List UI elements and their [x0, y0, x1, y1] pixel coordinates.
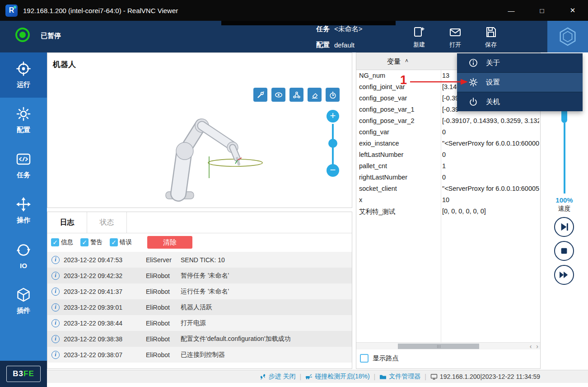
show-waypoints-checkbox[interactable] — [360, 354, 369, 363]
speed-slider-track[interactable] — [564, 123, 565, 194]
sidebar-item-plugin[interactable]: 插件 — [0, 278, 47, 324]
sidebar-item-operate[interactable]: 操作 — [0, 188, 47, 233]
minimize-button[interactable]: — — [496, 0, 527, 21]
tools-button[interactable] — [253, 88, 267, 102]
table-row[interactable]: rightLastNumber0 — [356, 172, 540, 183]
table-row[interactable]: pallet_cnt1 — [356, 160, 540, 172]
table-row[interactable]: x10 — [356, 194, 540, 206]
table-row[interactable]: leftLastNumber0 — [356, 149, 540, 160]
new-task-button[interactable]: 新建 — [402, 24, 436, 50]
table-row[interactable]: config_pose_var_2[-0.39107, 0.14393, 0.3… — [356, 115, 540, 127]
variable-name: config_var — [359, 128, 389, 136]
variable-value: [0, 0, 0, 0, 0, 0] — [442, 208, 539, 215]
scroll-right-arrow[interactable]: › — [536, 343, 538, 350]
log-row[interactable]: i 2023-12-22 09:42:32 EliRobot 暂停任务 '未命名… — [47, 268, 352, 283]
variable-name: x — [359, 196, 362, 203]
path-nodes-button[interactable] — [289, 88, 303, 102]
log-source: EliRobot — [146, 272, 180, 279]
log-row[interactable]: i 2023-12-22 09:47:53 EliServer SEND TIC… — [47, 252, 352, 268]
collision-detection-status[interactable]: 碰撞检测开启(18%) — [305, 373, 369, 381]
menu-item-about[interactable]: 关于 — [457, 53, 583, 72]
log-row[interactable]: i 2023-12-22 09:38:38 EliRobot 配置文件'defa… — [47, 331, 352, 347]
variable-value: "<ServerProxy for 6.0.0.10:60005, — [442, 185, 539, 192]
fast-forward-button[interactable] — [554, 265, 574, 285]
robot-state-indicator[interactable] — [15, 28, 30, 42]
log-row[interactable]: i 2023-12-22 09:38:44 EliRobot 打开电源 — [47, 315, 352, 331]
tab-log[interactable]: 日志 — [47, 212, 87, 233]
info-circle-icon: i — [51, 319, 60, 327]
zoom-in-button[interactable]: + — [327, 110, 339, 123]
sidebar-item-run[interactable]: 运行 — [0, 52, 47, 98]
sidebar-item-task[interactable]: 任务 — [0, 143, 47, 188]
variables-collapse-button[interactable]: 变量 ＾ — [356, 53, 441, 70]
variable-value: 0 — [442, 151, 539, 158]
zoom-out-button[interactable]: − — [327, 164, 339, 177]
status-bar: 步进 关闭 | 碰撞检测开启(18%) | 文件管理器 | — [47, 370, 588, 383]
log-row[interactable]: i 2023-12-22 09:39:01 EliRobot 机器人活跃 — [47, 299, 352, 315]
b3fe-logo-left: B3 — [13, 369, 23, 378]
menu-item-settings[interactable]: 设置 — [457, 72, 583, 92]
log-source: EliRobot — [146, 288, 180, 295]
info-circle-icon: i — [51, 303, 60, 311]
robot-arm-3d-view[interactable] — [156, 109, 318, 204]
file-manager-button[interactable]: 文件管理器 — [379, 373, 420, 381]
horizontal-scrollbar[interactable]: ‹ › — [356, 342, 540, 349]
menu-item-label: 设置 — [486, 78, 500, 87]
path-nodes-icon — [293, 91, 301, 99]
variable-name: config_pose_var_1 — [359, 106, 415, 113]
maximize-button[interactable]: □ — [527, 0, 557, 21]
log-time: 2023-12-22 09:47:53 — [64, 256, 146, 264]
timer-button[interactable] — [326, 88, 340, 102]
realvnc-logo-icon: R — [5, 5, 18, 17]
io-cycle-icon — [16, 242, 31, 258]
log-message: 机器人活跃 — [181, 303, 212, 311]
filter-error-checkbox[interactable]: ✓ — [110, 238, 118, 246]
log-source: EliRobot — [146, 304, 180, 311]
info-icon — [469, 58, 478, 67]
clear-log-button[interactable]: 清除 — [147, 236, 192, 249]
log-row[interactable]: i 2023-12-22 09:41:37 EliRobot 运行任务 '未命名… — [47, 283, 352, 299]
filter-info-checkbox[interactable]: ✓ — [51, 238, 59, 246]
variable-name: config_pose_var_2 — [359, 117, 415, 124]
log-message: 配置文件'default.configuration'加载成功 — [181, 335, 290, 343]
eraser-button[interactable] — [308, 88, 322, 102]
realvnc-logo-dot — [14, 6, 16, 9]
log-row[interactable]: i 2023-12-22 09:38:07 EliRobot 已连接到控制器 — [47, 347, 352, 363]
filter-warning-checkbox[interactable]: ✓ — [80, 238, 89, 246]
save-task-button[interactable]: 保存 — [474, 24, 508, 50]
config-label: 配置 — [316, 41, 330, 49]
step-run-button[interactable] — [554, 217, 574, 237]
variable-value: "<ServerProxy for 6.0.0.10:60000, — [442, 140, 539, 147]
chevron-up-icon: ＾ — [403, 57, 410, 66]
log-source: EliRobot — [146, 335, 180, 343]
menu-item-shutdown[interactable]: 关机 — [457, 92, 583, 111]
open-task-button[interactable]: 打开 — [439, 24, 472, 50]
vnc-toolbar-strip — [221, 21, 396, 25]
log-message: 打开电源 — [181, 319, 206, 327]
scrollbar-thumb[interactable] — [398, 344, 479, 349]
zoom-slider-handle[interactable] — [328, 139, 337, 148]
sidebar-item-config[interactable]: 配置 — [0, 98, 47, 143]
close-button[interactable]: ✕ — [557, 0, 588, 21]
log-time: 2023-12-22 09:38:38 — [64, 335, 146, 343]
gear-icon — [16, 106, 31, 122]
app-menu-button[interactable] — [547, 21, 588, 52]
step-mode-toggle[interactable]: 步进 关闭 — [259, 373, 296, 381]
visibility-button[interactable] — [271, 88, 285, 102]
robot-view-panel: 机器人 — [47, 52, 352, 208]
tab-status[interactable]: 状态 — [87, 212, 127, 233]
sidebar-item-io[interactable]: IO — [0, 233, 47, 278]
table-row[interactable]: config_var0 — [356, 127, 540, 138]
table-row[interactable]: exio_instance"<ServerProxy for 6.0.0.10:… — [356, 138, 540, 149]
panel-title: 机器人 — [53, 59, 76, 70]
log-source: EliRobot — [146, 351, 180, 359]
open-task-label: 打开 — [449, 41, 461, 49]
stop-button[interactable] — [554, 241, 574, 261]
table-row[interactable]: socket_client"<ServerProxy for 6.0.0.10:… — [356, 183, 540, 194]
scroll-left-arrow[interactable]: ‹ — [530, 343, 532, 350]
green-status-icon — [19, 32, 26, 38]
table-row[interactable]: 艾利特_测试[0, 0, 0, 0, 0, 0] — [356, 206, 540, 217]
monitor-icon — [430, 373, 438, 380]
file-manager-label: 文件管理器 — [389, 373, 420, 381]
gear-icon — [469, 78, 478, 87]
